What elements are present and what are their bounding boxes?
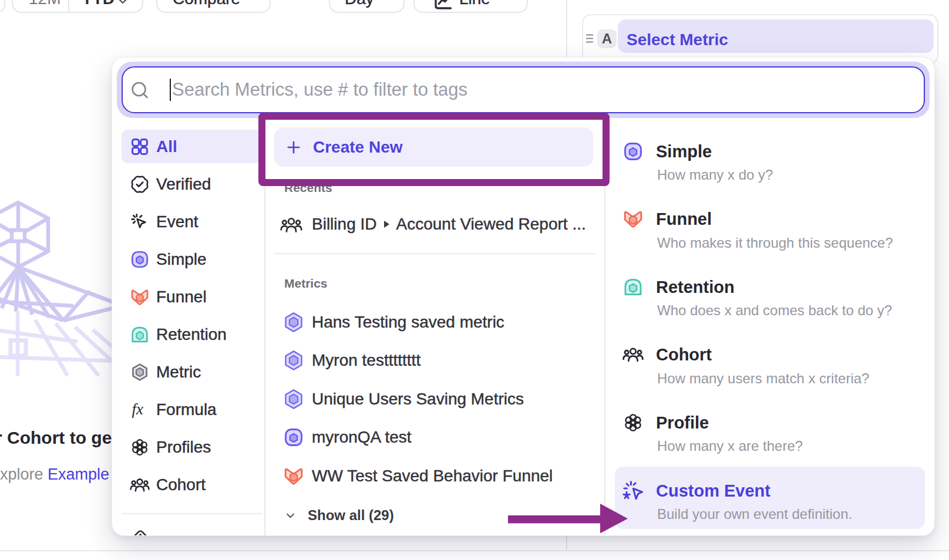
svg-text:fx: fx bbox=[132, 400, 143, 417]
